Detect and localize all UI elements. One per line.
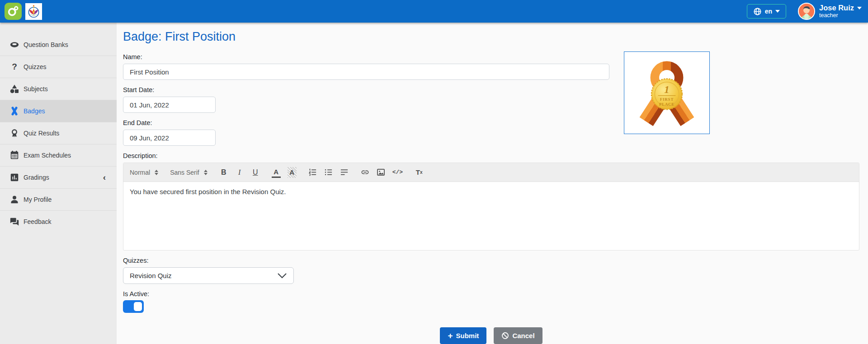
feedback-icon — [9, 216, 20, 227]
sidebar-item-label: Badges — [24, 107, 45, 115]
form-actions: + Submit Cancel — [123, 327, 859, 344]
sidebar-item-label: Gradings — [24, 174, 49, 181]
sidebar: Question Banks ? Quizzes Subjects Badges — [0, 23, 117, 344]
sidebar-item-feedback[interactable]: Feedback — [0, 210, 117, 232]
description-editor: Normal Sans Serif B I U A A — [123, 163, 859, 251]
sidebar-item-subjects[interactable]: Subjects — [0, 78, 117, 100]
picker-arrows-icon — [204, 170, 208, 175]
link-button[interactable] — [361, 167, 370, 178]
picker-arrows-icon — [155, 170, 158, 175]
description-label: Description: — [123, 152, 859, 159]
code-button[interactable]: </> — [392, 167, 403, 178]
gradings-icon — [9, 172, 20, 183]
text-color-button[interactable]: A — [272, 167, 281, 178]
sidebar-item-quizzes[interactable]: ? Quizzes — [0, 56, 117, 78]
chevron-down-icon — [277, 273, 287, 279]
description-content[interactable]: You have secured first position in the R… — [123, 182, 859, 250]
sidebar-item-quiz-results[interactable]: Quiz Results — [0, 122, 117, 144]
user-role: teacher — [819, 12, 862, 19]
quiz-app-logo[interactable] — [5, 3, 22, 20]
name-input[interactable] — [123, 64, 609, 80]
subjects-icon — [9, 84, 20, 94]
sidebar-item-my-profile[interactable]: My Profile — [0, 188, 117, 210]
start-date-label: Start Date: — [123, 86, 859, 93]
medal-first-text: FIRST — [660, 97, 674, 102]
sidebar-item-label: Feedback — [24, 218, 51, 225]
chevron-down-icon — [775, 10, 780, 13]
quizzes-select[interactable]: Revision Quiz — [123, 267, 294, 284]
sidebar-item-label: Subjects — [24, 85, 48, 93]
start-date-input[interactable] — [123, 97, 216, 113]
avatar[interactable] — [798, 3, 815, 20]
first-place-ribbon-image: 1 FIRST PLACE — [630, 56, 703, 130]
quizzes-label: Quizzes: — [123, 257, 859, 264]
user-menu[interactable]: Jose Ruiz teacher — [819, 4, 862, 19]
main-content: Badge: First Position Name: Start Date: … — [117, 23, 868, 344]
lotus-school-logo[interactable] — [25, 3, 42, 20]
editor-toolbar: Normal Sans Serif B I U A A — [123, 163, 859, 182]
globe-icon — [753, 7, 762, 16]
format-picker-label: Normal — [130, 169, 150, 176]
is-active-label: Is Active: — [123, 290, 859, 298]
chevron-down-icon — [857, 7, 862, 9]
chevron-left-icon[interactable]: ‹ — [103, 172, 106, 182]
cancel-button-label: Cancel — [512, 332, 534, 339]
sidebar-item-exam-schedules[interactable]: Exam Schedules — [0, 144, 117, 166]
font-picker[interactable]: Sans Serif — [170, 169, 208, 176]
quizzes-selected-value: Revision Quiz — [130, 272, 172, 279]
bullet-list-button[interactable] — [324, 167, 333, 178]
bold-button[interactable]: B — [219, 167, 228, 178]
font-picker-label: Sans Serif — [170, 169, 199, 176]
submit-button-label: Submit — [456, 332, 479, 339]
user-name: Jose Ruiz — [819, 4, 854, 12]
cancel-button[interactable]: Cancel — [494, 327, 542, 344]
sidebar-item-label: My Profile — [24, 196, 52, 203]
format-picker[interactable]: Normal — [130, 169, 158, 176]
quizzes-icon: ? — [9, 61, 20, 72]
sidebar-item-question-banks[interactable]: Question Banks — [0, 33, 117, 56]
medal-number: 1 — [664, 84, 669, 95]
sidebar-item-badges[interactable]: Badges — [0, 100, 117, 122]
medal-place-text: PLACE — [659, 102, 675, 106]
lotus-icon — [26, 4, 41, 19]
sidebar-item-label: Exam Schedules — [24, 152, 71, 159]
background-color-button[interactable]: A — [288, 167, 297, 178]
submit-button[interactable]: + Submit — [440, 327, 486, 344]
align-button[interactable] — [340, 167, 349, 178]
sidebar-item-label: Quiz Results — [24, 130, 59, 137]
page-title: Badge: First Position — [123, 30, 859, 44]
ordered-list-button[interactable] — [308, 167, 317, 178]
language-selector[interactable]: en — [747, 4, 786, 19]
exam-schedules-icon — [9, 150, 20, 161]
end-date-label: End Date: — [123, 119, 859, 126]
clear-formatting-button[interactable]: Tx — [415, 167, 424, 178]
is-active-toggle[interactable] — [123, 300, 144, 313]
avatar-illustration — [799, 4, 814, 19]
sidebar-item-gradings[interactable]: Gradings ‹ — [0, 166, 117, 188]
sidebar-item-label: Quizzes — [24, 63, 47, 70]
question-banks-icon — [9, 39, 20, 50]
underline-button[interactable]: U — [251, 167, 260, 178]
badge-image-preview: 1 FIRST PLACE — [624, 51, 710, 134]
end-date-input[interactable] — [123, 130, 216, 146]
language-label: en — [765, 8, 772, 15]
sidebar-item-label: Question Banks — [24, 41, 68, 48]
cancel-icon — [501, 332, 509, 339]
image-button[interactable] — [377, 167, 386, 178]
magnifier-q-icon — [6, 5, 20, 18]
plus-icon: + — [448, 331, 453, 340]
my-profile-icon — [9, 194, 20, 205]
name-label: Name: — [123, 53, 859, 60]
toggle-knob — [134, 302, 142, 311]
top-navigation-bar: en Jose Ruiz teacher — [0, 0, 868, 23]
badges-icon — [9, 106, 20, 116]
italic-button[interactable]: I — [235, 167, 244, 178]
quiz-results-icon — [9, 128, 20, 139]
